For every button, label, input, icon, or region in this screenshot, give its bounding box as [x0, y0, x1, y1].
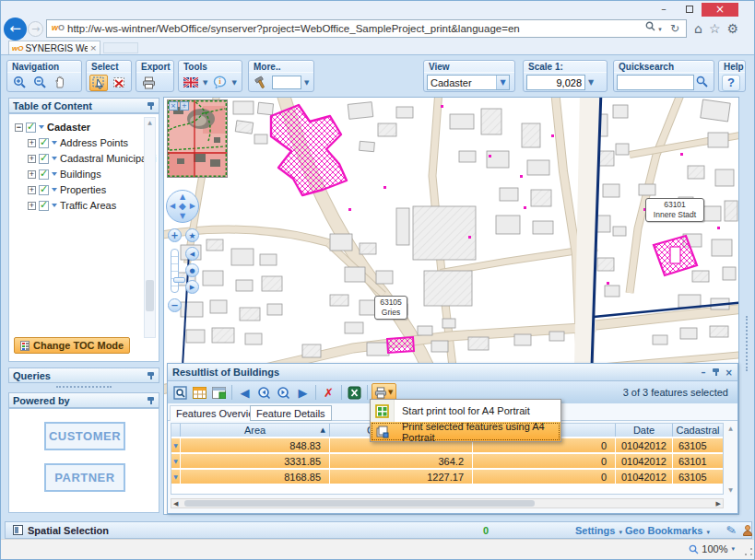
geo-bookmarks-link[interactable]: Geo Bookmarks ▾ — [625, 525, 711, 536]
print-button[interactable] — [139, 75, 158, 91]
row-menu-icon[interactable]: ▼ — [171, 454, 181, 468]
next-extent-button[interactable]: ▶ — [185, 280, 199, 294]
spatial-selection-label[interactable]: Spatial Selection — [28, 525, 109, 536]
layer-menu-icon[interactable] — [52, 188, 57, 192]
pin-icon[interactable] — [147, 396, 155, 405]
column-header-cadastral[interactable]: Cadastral — [673, 424, 723, 437]
grid-hscrollbar[interactable]: ◀ ▶ — [171, 498, 724, 508]
spatial-selection-icon[interactable] — [13, 525, 23, 535]
scrollbar-thumb[interactable] — [146, 280, 154, 311]
settings-dropdown-icon[interactable]: ▾ — [618, 529, 623, 536]
scroll-up-icon[interactable]: ▲ — [726, 425, 736, 431]
row-menu-icon[interactable]: ▼ — [171, 438, 181, 452]
window-titlebar[interactable]: – × — [1, 1, 755, 18]
zoom-dropdown-icon[interactable]: ▾ — [730, 545, 736, 553]
panel-minimize-icon[interactable]: – — [702, 368, 706, 378]
poweredby-panel-header[interactable]: Powered by — [8, 392, 159, 408]
expand-icon[interactable]: + — [28, 139, 36, 147]
expand-icon[interactable]: + — [28, 186, 36, 194]
language-dropdown-icon[interactable]: ▼ — [202, 79, 208, 87]
select-features-button[interactable] — [89, 75, 108, 91]
refresh-icon[interactable]: ↻ — [667, 20, 683, 37]
layer-label[interactable]: Address Points — [60, 137, 128, 148]
overview-move-icon[interactable]: + — [180, 101, 189, 111]
collapse-icon[interactable]: − — [15, 123, 23, 132]
layer-menu-icon[interactable] — [52, 157, 57, 160]
layer-menu-icon[interactable] — [52, 172, 57, 176]
address-bar[interactable]: wO http://w-ws-wintner/WebOffice/synserv… — [46, 19, 687, 38]
info-balloon-button[interactable]: i — [210, 75, 229, 91]
pan-up-icon[interactable]: ▲ — [180, 192, 185, 201]
clear-selection-button[interactable] — [110, 75, 128, 91]
layer-label[interactable]: Traffic Areas — [60, 200, 116, 211]
geo-bookmarks-dropdown-icon[interactable]: ▾ — [705, 529, 711, 536]
browser-zoom-control[interactable]: 100% ▾ — [689, 543, 736, 554]
layer-menu-icon[interactable] — [52, 204, 57, 207]
table-report-button[interactable] — [210, 384, 228, 402]
info-dropdown-icon[interactable]: ▼ — [230, 79, 237, 87]
layer-checkbox[interactable]: ✓ — [39, 169, 49, 180]
pan-right-icon[interactable]: ▶ — [190, 202, 195, 210]
grid-vscrollbar[interactable]: ▲ ▼ — [725, 423, 737, 495]
view-dropdown-icon[interactable]: ▼ — [496, 76, 509, 89]
layer-checkbox[interactable]: ✓ — [39, 185, 49, 195]
pan-center-icon[interactable]: ◆ — [179, 201, 186, 211]
help-button[interactable]: ? — [722, 75, 740, 91]
column-header-date[interactable]: Date — [616, 424, 673, 437]
redline-pen-icon[interactable]: ✎ — [726, 522, 737, 538]
settings-gear-icon[interactable]: ⚙ — [726, 21, 738, 36]
layer-checkbox[interactable]: ✓ — [39, 138, 49, 148]
expand-icon[interactable]: + — [28, 170, 36, 179]
more-combo[interactable] — [272, 76, 301, 89]
toc-scrollbar[interactable]: ▲ — [144, 117, 156, 338]
overview-map[interactable]: × + — [167, 99, 228, 178]
scale-dropdown-icon[interactable]: ▼ — [587, 78, 595, 87]
back-button[interactable]: ← — [4, 18, 27, 41]
scroll-right-icon[interactable]: ▶ — [716, 500, 721, 508]
expand-icon[interactable]: + — [28, 155, 36, 163]
customer-badge[interactable]: CUSTOMER — [44, 422, 125, 450]
remove-selection-button[interactable]: ✗ — [320, 384, 337, 402]
current-extent-button[interactable]: ● — [185, 263, 199, 277]
new-tab-button[interactable] — [103, 42, 138, 53]
resultlist-titlebar[interactable]: Resultlist of Buildings – × — [168, 364, 737, 381]
layer-label[interactable]: Cadastral Municipaliti — [60, 153, 157, 164]
show-table-button[interactable] — [191, 384, 208, 402]
expand-icon[interactable]: + — [28, 202, 36, 210]
partner-badge[interactable]: PARTNER — [44, 463, 125, 492]
user-icon[interactable] — [742, 525, 753, 537]
pan-compass[interactable]: ▲ ▼ ◀ ▶ ◆ — [166, 190, 199, 223]
zoom-out-slider-button[interactable]: − — [168, 298, 182, 312]
resize-grip[interactable] — [744, 547, 753, 556]
zoom-next-button[interactable] — [275, 384, 292, 402]
zoom-previous-button[interactable] — [255, 384, 273, 402]
next-feature-button[interactable]: ▶ — [294, 384, 312, 402]
feature-row[interactable]: ▼ 8168.85 1227.17 0 01042012 63105 — [171, 470, 723, 484]
window-close-button[interactable]: × — [702, 3, 738, 17]
pin-icon[interactable] — [712, 368, 720, 377]
tab-feature-details[interactable]: Feature Details — [250, 405, 332, 421]
layer-checkbox[interactable]: ✓ — [26, 122, 36, 133]
column-header-area[interactable]: Area▲ — [181, 424, 330, 437]
menu-item-print-selected[interactable]: Print selected features using A4 Portrai… — [371, 422, 560, 441]
sidebar-splitter[interactable] — [56, 386, 112, 388]
tab-close-icon[interactable]: × — [89, 43, 97, 52]
view-select[interactable]: Cadaster ▼ — [427, 75, 510, 90]
window-minimize-button[interactable]: – — [652, 3, 676, 17]
scroll-up-icon[interactable]: ▲ — [145, 119, 155, 125]
home-icon[interactable]: ⌂ — [694, 21, 702, 36]
scroll-down-icon[interactable]: ▼ — [726, 486, 736, 493]
forward-button[interactable]: → — [28, 21, 43, 37]
url-text[interactable]: http://w-ws-wintner/WebOffice/synserver?… — [67, 23, 642, 34]
row-menu-icon[interactable]: ▼ — [171, 470, 181, 484]
print-dropdown-icon[interactable]: ▼ — [387, 389, 394, 396]
selected-building-gries[interactable] — [387, 337, 414, 353]
settings-link[interactable]: Settings ▾ — [575, 525, 623, 536]
more-dropdown-icon[interactable]: ▼ — [303, 79, 310, 87]
scale-input[interactable] — [526, 75, 585, 90]
export-excel-button[interactable] — [346, 384, 363, 402]
scrollbar-thumb[interactable] — [184, 500, 535, 507]
layer-checkbox[interactable]: ✓ — [39, 154, 49, 164]
toc-panel-header[interactable]: Table of Content — [8, 98, 159, 113]
window-maximize-button[interactable] — [678, 3, 702, 17]
